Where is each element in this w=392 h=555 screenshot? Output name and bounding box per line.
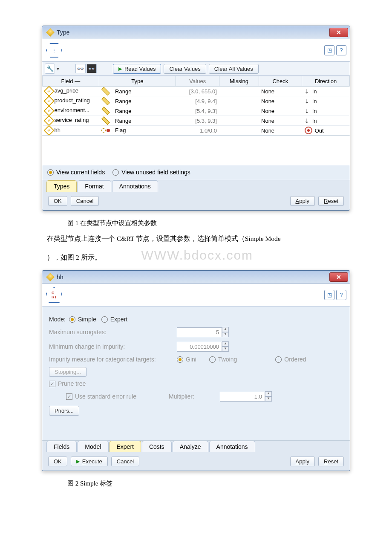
col-check[interactable]: Check: [259, 76, 302, 87]
reset-button-2[interactable]: Reset: [318, 457, 344, 466]
std-err-row: ✓ Use standard error rule Multiplier: ▲▼: [66, 391, 343, 402]
hexagon-icon: ⋮: [46, 43, 63, 58]
table-row[interactable]: #hhFlag1.0/0.0NoneOut: [43, 126, 350, 136]
tab-bar: TypesFormatAnnotations: [42, 180, 350, 192]
col-field[interactable]: Field —: [43, 76, 99, 87]
tab-types[interactable]: Types: [46, 180, 77, 192]
col-type[interactable]: Type: [99, 76, 176, 87]
reset-button[interactable]: Reset: [318, 196, 344, 206]
spinner-down-icon[interactable]: ▼: [222, 332, 229, 337]
min-impurity-input[interactable]: [177, 342, 222, 352]
close-button[interactable]: ✕: [329, 28, 348, 37]
spinner-down-icon[interactable]: ▼: [222, 347, 229, 352]
tab-fields[interactable]: Fields: [46, 441, 77, 452]
ok-button-2[interactable]: OK: [48, 457, 67, 466]
help-icon[interactable]: ?: [336, 45, 346, 55]
tab-bar-2: FieldsModelExpertCostsAnalyzeAnnotations: [42, 440, 350, 452]
std-err-label: Use standard error rule: [75, 393, 169, 400]
prune-row: ✓ Prune tree: [49, 380, 343, 387]
spinner-up-icon[interactable]: ▲: [222, 341, 229, 347]
min-impurity-label: Minimum change in impurity:: [49, 343, 177, 350]
button-row: OK Cancel Apply Reset: [42, 192, 350, 210]
tab-annotations[interactable]: Annotations: [112, 180, 158, 192]
glasses-dark-icon[interactable]: 👓: [86, 64, 97, 73]
expand-icon[interactable]: ◳: [324, 45, 334, 55]
close-button-2[interactable]: ✕: [329, 272, 348, 282]
col-direction[interactable]: Direction: [302, 76, 350, 87]
ok-button[interactable]: OK: [48, 196, 67, 206]
type-dialog: Type ✕ ⋮ ◳ ? 🔧 ▼ 👓 👓 ▶Read Values Clear …: [42, 26, 350, 211]
tab-format[interactable]: Format: [78, 180, 111, 192]
hh-dialog: hh ✕ CRT ◳ ? Mode: Simple Expert Maximum…: [42, 270, 350, 471]
tab-expert[interactable]: Expert: [110, 441, 141, 452]
table-row[interactable]: #product_ratingRange[4.9, 9.4]None↘In: [43, 96, 350, 106]
clear-all-values-button[interactable]: Clear All Values: [209, 64, 259, 74]
fields-table: Field — Type Values Missing Check Direct…: [42, 76, 350, 135]
priors-row: Priors...: [49, 406, 343, 416]
table-empty-area: [42, 135, 350, 165]
impurity-measure-label: Impurity measure for categorical targets…: [49, 356, 177, 363]
std-err-checkbox[interactable]: ✓: [66, 393, 72, 400]
expand-icon-2[interactable]: ◳: [324, 290, 334, 300]
min-impurity-row: Minimum change in impurity: ▲▼: [49, 341, 343, 352]
max-surrogates-input[interactable]: [177, 327, 222, 337]
title-bar-2: hh ✕: [42, 271, 350, 284]
spinner-up-icon[interactable]: ▲: [265, 391, 272, 396]
col-missing[interactable]: Missing: [219, 76, 259, 87]
min-impurity-spinner[interactable]: ▲▼: [177, 341, 229, 352]
max-surrogates-spinner[interactable]: ▲▼: [177, 327, 229, 337]
priors-button[interactable]: Priors...: [49, 406, 79, 416]
spinner-up-icon[interactable]: ▲: [222, 327, 229, 332]
multiplier-label: Multiplier:: [169, 393, 194, 400]
stopping-button[interactable]: Stopping...: [49, 367, 86, 377]
tab-costs[interactable]: Costs: [142, 441, 172, 452]
gini-radio[interactable]: Gini: [177, 356, 196, 363]
multiplier-input[interactable]: [220, 392, 265, 402]
max-surrogates-label: Maximum surrogates:: [49, 329, 177, 335]
execute-button[interactable]: ▶Execute: [71, 457, 108, 466]
node-header-2: CRT ◳ ?: [42, 284, 350, 306]
pentagon-icon: CRT: [46, 287, 63, 303]
mode-row: Mode: Simple Expert: [49, 316, 343, 323]
node-icon-2: [46, 273, 55, 281]
tab-analyze[interactable]: Analyze: [173, 441, 208, 452]
prune-checkbox[interactable]: ✓: [49, 381, 55, 387]
form-body: Mode: Simple Expert Maximum surrogates: …: [42, 306, 350, 440]
node-header: ⋮ ◳ ?: [42, 39, 350, 62]
table-row[interactable]: #environment...Range[5.4, 9.3]None↘In: [43, 106, 350, 116]
mode-expert-radio[interactable]: Expert: [101, 316, 127, 323]
window-title: Type: [57, 29, 329, 36]
mode-simple-radio[interactable]: Simple: [69, 316, 96, 323]
spinner-down-icon[interactable]: ▼: [265, 396, 272, 402]
tab-annotations[interactable]: Annotations: [209, 441, 255, 452]
max-surrogates-row: Maximum surrogates: ▲▼: [49, 327, 343, 337]
apply-button-2[interactable]: Apply: [290, 457, 315, 466]
clear-values-button[interactable]: Clear Values: [164, 64, 206, 74]
prune-label: Prune tree: [58, 380, 86, 387]
toolbar: 🔧 ▼ 👓 👓 ▶Read Values Clear Values Clear …: [42, 62, 350, 76]
glasses-light-icon[interactable]: 👓: [75, 64, 86, 73]
view-unused-radio[interactable]: View unused field settings: [112, 169, 190, 176]
multiplier-spinner[interactable]: ▲▼: [220, 391, 272, 402]
table-row[interactable]: #service_ratingRange[5.3, 9.3]None↘In: [43, 116, 350, 126]
view-options: View current fields View unused field se…: [42, 165, 350, 180]
watermark: WWW.bdocx.com: [141, 248, 253, 262]
figure-1-caption: 图 1 在类型节点中设置相关参数: [67, 219, 350, 227]
cancel-button[interactable]: Cancel: [71, 196, 99, 206]
button-row-2: OK ▶Execute Cancel Apply Reset: [42, 452, 350, 471]
view-current-radio[interactable]: View current fields: [47, 169, 105, 176]
col-values[interactable]: Values: [176, 76, 219, 87]
stopping-row: Stopping...: [49, 367, 343, 377]
apply-button[interactable]: Apply: [290, 196, 315, 206]
wrench-dropdown-icon[interactable]: ▼: [56, 66, 60, 71]
twoing-radio[interactable]: Twoing: [209, 356, 237, 363]
title-bar: Type ✕: [42, 26, 350, 39]
cancel-button-2[interactable]: Cancel: [111, 457, 139, 466]
table-row[interactable]: #avg_priceRange[3.0, 655.0]None↘In: [43, 87, 350, 96]
ordered-radio[interactable]: Ordered: [275, 356, 306, 363]
wrench-icon[interactable]: 🔧: [45, 64, 55, 74]
help-icon-2[interactable]: ?: [336, 290, 346, 300]
read-values-button[interactable]: ▶Read Values: [113, 64, 161, 74]
tab-model[interactable]: Model: [78, 441, 108, 452]
figure-2-caption: 图 2 Simple 标签: [67, 480, 350, 488]
